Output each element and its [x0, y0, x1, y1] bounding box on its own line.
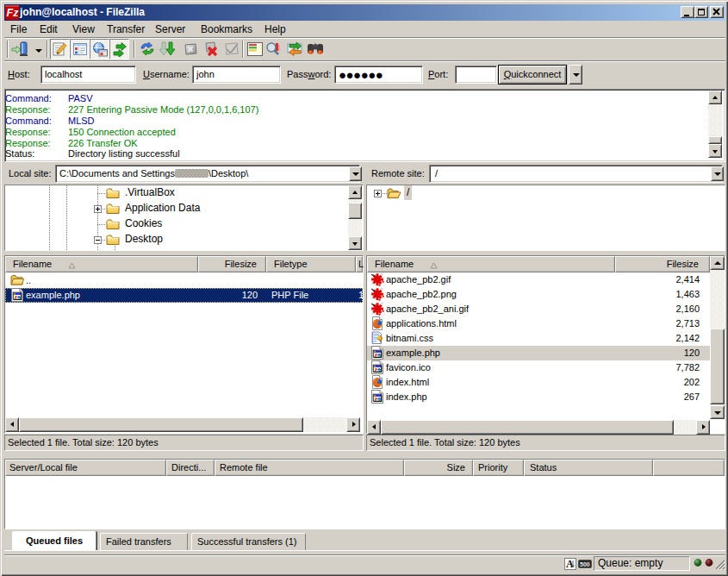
svg-text:500: 500 — [580, 561, 590, 567]
svg-text:Fz: Fz — [7, 7, 20, 19]
